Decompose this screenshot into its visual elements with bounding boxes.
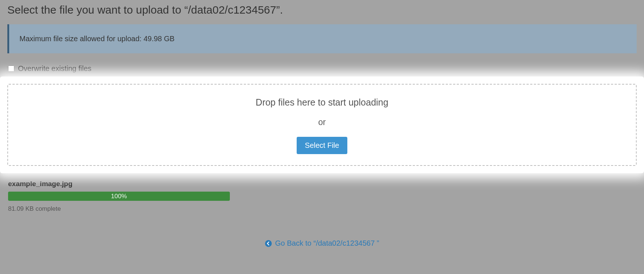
go-back-link[interactable]: Go Back to “/data02/c1234567 ” [265, 239, 379, 248]
upload-status-text: 81.09 KB complete [8, 205, 636, 213]
go-back-row: Go Back to “/data02/c1234567 ” [7, 239, 637, 249]
dropzone-highlight-area: Drop files here to start uploading or Se… [0, 76, 644, 173]
upload-progress-fill: 100% [8, 192, 230, 201]
upload-item: example_image.jpg 100% 81.09 KB complete [7, 180, 637, 213]
arrow-circle-left-icon [265, 240, 272, 247]
overwrite-label[interactable]: Overwrite existing files [18, 64, 91, 73]
svg-point-0 [265, 240, 272, 246]
page-title: Select the file you want to upload to “/… [7, 0, 637, 24]
go-back-label: Go Back to “/data02/c1234567 ” [275, 239, 379, 248]
dropzone-instruction-text: Drop files here to start uploading [15, 97, 629, 108]
max-filesize-banner: Maximum file size allowed for upload: 49… [7, 24, 637, 53]
dropzone-or-text: or [15, 117, 629, 127]
overwrite-checkbox[interactable] [8, 65, 14, 72]
overwrite-row: Overwrite existing files [7, 64, 637, 73]
upload-progress-track: 100% [8, 192, 230, 201]
file-dropzone[interactable]: Drop files here to start uploading or Se… [7, 84, 637, 166]
select-file-button[interactable]: Select File [297, 137, 347, 154]
upload-filename: example_image.jpg [8, 180, 636, 188]
upload-progress-label: 100% [111, 193, 127, 200]
max-filesize-text: Maximum file size allowed for upload: 49… [19, 35, 174, 43]
